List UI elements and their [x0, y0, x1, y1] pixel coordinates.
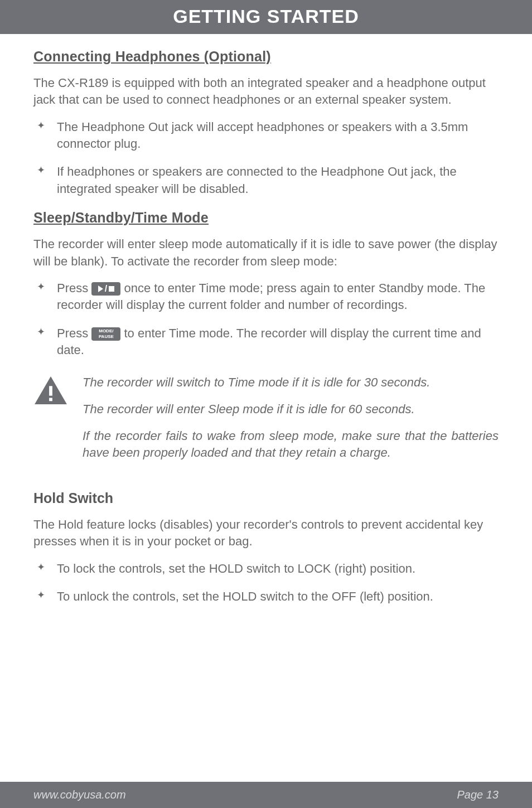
footer-url: www.cobyusa.com [33, 788, 126, 801]
play-stop-button-icon: / [91, 282, 120, 296]
list-item: Press / once to enter Time mode; press a… [33, 280, 499, 314]
footer-page: Page 13 [457, 788, 499, 801]
page-footer: www.cobyusa.com Page 13 [0, 782, 532, 808]
play-icon [98, 286, 103, 292]
list-item: To lock the controls, set the HOLD switc… [33, 560, 499, 577]
headphones-bullets: The Headphone Out jack will accept headp… [33, 119, 499, 197]
bullet-text-post: once to enter Time mode; press again to … [57, 281, 485, 312]
svg-rect-2 [49, 398, 52, 401]
list-item: The Headphone Out jack will accept headp… [33, 119, 499, 153]
mode-label-bottom: PAUSE [99, 334, 114, 340]
slash-icon: / [105, 282, 107, 296]
bullet-text-post: to enter Time mode. The recorder will di… [57, 326, 481, 357]
sleep-bullets: Press / once to enter Time mode; press a… [33, 280, 499, 359]
hold-intro: The Hold feature locks (disables) your r… [33, 516, 499, 550]
mode-label-top: MODE/ [99, 328, 113, 334]
mode-pause-button-icon: MODE/ PAUSE [91, 327, 120, 341]
sleep-intro: The recorder will enter sleep mode autom… [33, 236, 499, 270]
note-line: The recorder will enter Sleep mode if it… [83, 401, 499, 418]
section-title-headphones: Connecting Headphones (Optional) [33, 49, 499, 65]
list-item: If headphones or speakers are connected … [33, 163, 499, 197]
bullet-text-pre: Press [57, 326, 91, 340]
bullet-text-pre: Press [57, 281, 91, 295]
stop-icon [109, 286, 114, 292]
hold-bullets: To lock the controls, set the HOLD switc… [33, 560, 499, 606]
page-header-title: GETTING STARTED [173, 6, 359, 27]
section-title-hold: Hold Switch [33, 490, 499, 506]
list-item: Press MODE/ PAUSE to enter Time mode. Th… [33, 325, 499, 359]
page-content: Connecting Headphones (Optional) The CX-… [0, 34, 532, 605]
page-header: GETTING STARTED [0, 0, 532, 34]
note-block: The recorder will switch to Time mode if… [33, 374, 499, 471]
headphones-intro: The CX-R189 is equipped with both an int… [33, 75, 499, 109]
note-text: The recorder will switch to Time mode if… [83, 374, 499, 471]
section-title-sleep: Sleep/Standby/Time Mode [33, 210, 499, 226]
list-item: To unlock the controls, set the HOLD swi… [33, 588, 499, 605]
note-line: If the recorder fails to wake from sleep… [83, 428, 499, 461]
note-line: The recorder will switch to Time mode if… [83, 374, 499, 391]
warning-icon [33, 375, 68, 405]
svg-rect-1 [49, 386, 52, 396]
